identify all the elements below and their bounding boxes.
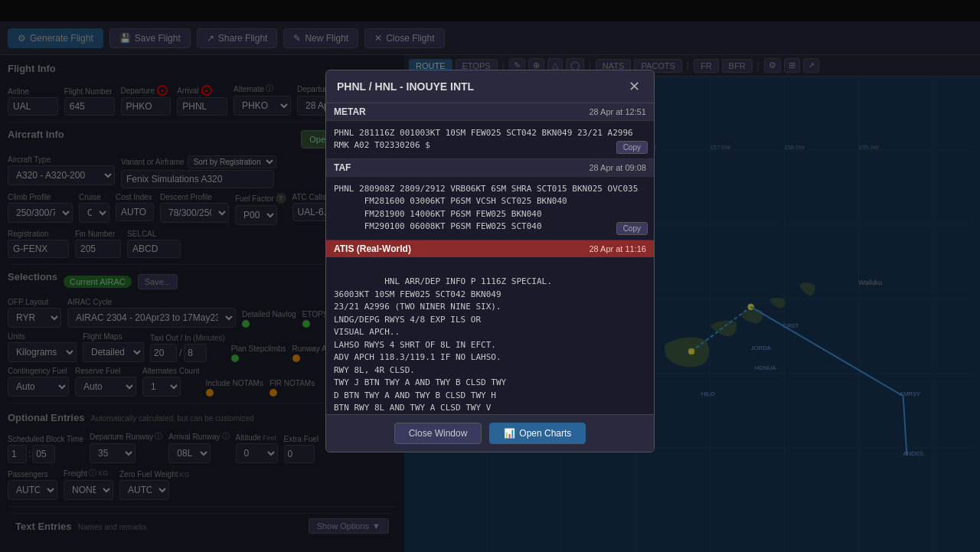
taf-title: TAF (334, 162, 351, 173)
metar-text: PHNL 281116Z 001003KT 10SM FEW025 SCT042… (334, 128, 633, 151)
taf-time: 28 Apr at 09:08 (589, 163, 646, 172)
modal-header: PHNL / HNL - INOUYE INTL ✕ (326, 70, 654, 103)
close-window-button[interactable]: Close Window (394, 423, 482, 444)
taf-copy-button[interactable]: Copy (616, 222, 648, 235)
modal-overlay: PHNL / HNL - INOUYE INTL ✕ METAR 28 Apr … (0, 0, 980, 552)
open-charts-button[interactable]: 📊 Open Charts (489, 423, 586, 444)
taf-section: TAF 28 Apr at 09:08 PHNL 280908Z 2809/29… (326, 159, 654, 240)
metar-content: PHNL 281116Z 001003KT 10SM FEW025 SCT042… (326, 121, 654, 159)
taf-content: PHNL 280908Z 2809/2912 VRB06KT 6SM SHRA … (326, 177, 654, 240)
atis-section: ATIS (Real-World) 28 Apr at 11:16 HNL AR… (326, 240, 654, 414)
charts-icon: 📊 (504, 428, 515, 439)
modal-close-button[interactable]: ✕ (626, 78, 643, 95)
modal-body: METAR 28 Apr at 12:51 PHNL 281116Z 00100… (326, 103, 654, 414)
taf-text: PHNL 280908Z 2809/2912 VRB06KT 6SM SHRA … (334, 184, 638, 232)
metar-title: METAR (334, 106, 366, 117)
atis-header: ATIS (Real-World) 28 Apr at 11:16 (326, 240, 654, 257)
modal-title: PHNL / HNL - INOUYE INTL (337, 80, 474, 93)
modal-footer: Close Window 📊 Open Charts (326, 414, 654, 452)
atis-title: ATIS (Real-World) (334, 243, 411, 254)
metar-copy-button[interactable]: Copy (616, 141, 648, 154)
metar-header: METAR 28 Apr at 12:51 (326, 103, 654, 121)
metar-time: 28 Apr at 12:51 (589, 107, 646, 116)
taf-header: TAF 28 Apr at 09:08 (326, 159, 654, 177)
atis-text: HNL ARR/DEP INFO P 1116Z SPECIAL. 36003K… (334, 276, 552, 414)
metar-section: METAR 28 Apr at 12:51 PHNL 281116Z 00100… (326, 103, 654, 159)
atis-content: HNL ARR/DEP INFO P 1116Z SPECIAL. 36003K… (326, 257, 654, 414)
atis-time: 28 Apr at 11:16 (589, 244, 646, 253)
wx-modal: PHNL / HNL - INOUYE INTL ✕ METAR 28 Apr … (325, 70, 655, 452)
